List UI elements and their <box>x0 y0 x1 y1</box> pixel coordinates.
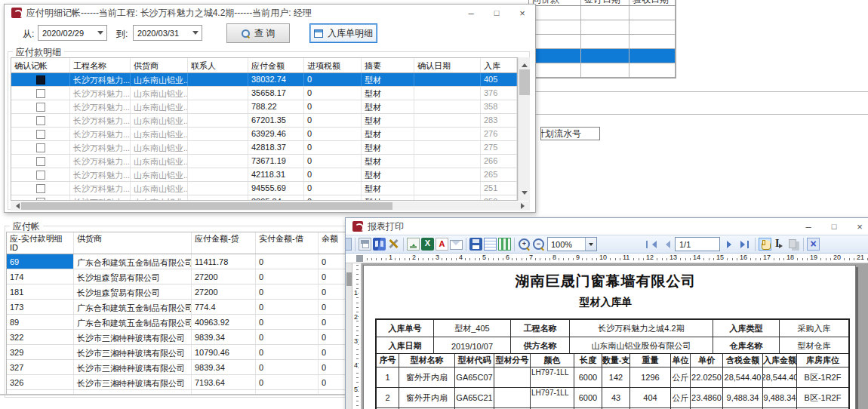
cell[interactable] <box>11 155 70 168</box>
table-row[interactable]: 长沙万科魅力...山东南山铝业...42118.310型材265 <box>11 168 517 182</box>
cell[interactable] <box>414 155 481 168</box>
cell[interactable] <box>188 168 248 181</box>
tools-icon[interactable] <box>387 238 400 251</box>
cell[interactable]: 69 <box>7 254 74 269</box>
cell[interactable]: 0 <box>304 114 362 127</box>
cell[interactable]: 山东南山铝业... <box>131 168 188 181</box>
cell[interactable]: 9839.34 <box>192 360 256 374</box>
cell[interactable] <box>414 195 481 201</box>
cell[interactable]: 型材 <box>362 168 414 181</box>
excel-icon[interactable] <box>421 238 434 251</box>
cell[interactable]: 0 <box>256 300 319 314</box>
column-header[interactable]: 同价款 <box>529 0 581 5</box>
cell[interactable]: 型材 <box>362 141 414 154</box>
titlebar[interactable]: 应付明细记帐------当前工程: 长沙万科魅力之城4.2期------当前用户… <box>5 5 535 21</box>
cell[interactable]: 山东南山铝业... <box>131 128 188 140</box>
cell[interactable]: 0 <box>256 254 319 269</box>
cell[interactable]: 0 <box>304 73 362 86</box>
cell[interactable] <box>188 155 248 168</box>
vertical-scrollbar[interactable] <box>518 57 530 201</box>
table-row[interactable]: 322长沙市三湘特种玻璃有限公司9839.3400 <box>7 330 383 345</box>
cell[interactable]: 山东南山铝业... <box>131 141 188 154</box>
cell[interactable] <box>581 35 629 48</box>
table-row[interactable]: 长沙万科魅力...山东南山铝业...67201.350型材283 <box>11 114 517 128</box>
cell[interactable] <box>11 141 70 154</box>
cell[interactable] <box>188 195 248 201</box>
cell[interactable] <box>529 63 581 77</box>
last-page-icon[interactable] <box>739 238 751 251</box>
table-row[interactable]: 长沙万科魅力...山东南山铝业...3895.840型材250 <box>11 195 517 201</box>
cell[interactable] <box>188 87 248 100</box>
confirm-checkbox[interactable] <box>36 143 45 152</box>
cell[interactable] <box>529 49 581 63</box>
column-header[interactable]: 入库 <box>481 58 517 72</box>
column-header[interactable]: 供货商 <box>74 232 192 254</box>
column-header[interactable]: 确认记帐 <box>11 58 70 72</box>
query-button[interactable]: 查 询 <box>226 23 290 43</box>
cell[interactable]: 广东合和建筑五金制品有限公司 <box>74 254 192 269</box>
table-row[interactable]: 174长沙坦森贸易有限公司2720000 <box>7 269 383 284</box>
cell[interactable]: 0 <box>256 345 319 359</box>
cell[interactable]: 63929.46 <box>248 128 304 140</box>
cell[interactable]: 7193.64 <box>192 375 256 389</box>
cell[interactable]: 长沙万科魅力... <box>70 100 131 113</box>
cell[interactable]: 276 <box>481 128 517 140</box>
cell[interactable]: 265 <box>481 168 517 181</box>
cell[interactable] <box>11 128 70 140</box>
cut-icon[interactable] <box>345 238 352 251</box>
column-header[interactable]: 应付金额 <box>248 58 304 72</box>
cell[interactable]: 11411.78 <box>192 254 256 269</box>
cell[interactable]: 405 <box>481 73 517 86</box>
column-header[interactable]: 应-实付款明细ID <box>7 232 74 254</box>
cell[interactable]: 型材 <box>362 155 414 168</box>
cell[interactable]: 0 <box>256 360 319 374</box>
cell[interactable]: 长沙市三湘特种玻璃有限公司 <box>74 375 192 389</box>
cell[interactable] <box>11 195 70 201</box>
printer-icon[interactable] <box>359 238 371 251</box>
maximize-button[interactable]: □ <box>821 222 847 231</box>
scroll-right-icon[interactable] <box>521 203 528 209</box>
cell[interactable]: 0 <box>304 195 362 201</box>
confirm-checkbox[interactable] <box>36 184 45 193</box>
save-icon[interactable] <box>469 238 482 251</box>
cell[interactable]: 0 <box>304 168 362 181</box>
cell[interactable] <box>188 182 248 195</box>
cell[interactable] <box>414 168 481 181</box>
ibeam-icon[interactable] <box>773 238 786 251</box>
cell[interactable]: 0 <box>256 284 319 299</box>
cell[interactable] <box>414 182 481 195</box>
table-row[interactable]: 长沙万科魅力...山东南山铝业...94555.690型材251 <box>11 182 517 195</box>
cell[interactable]: 250 <box>481 195 517 201</box>
cell[interactable]: 376 <box>481 87 517 100</box>
confirm-checkbox[interactable] <box>36 157 45 166</box>
cell[interactable] <box>629 35 676 48</box>
column-header[interactable]: 实付金额-借 <box>256 232 319 254</box>
table-row[interactable]: 326长沙市三湘特种玻璃有限公司7193.6400 <box>7 375 383 390</box>
copy-icon[interactable] <box>787 238 800 251</box>
first-page-icon[interactable] <box>644 238 656 251</box>
cell[interactable]: 0 <box>256 269 319 284</box>
cell[interactable] <box>188 73 248 86</box>
hand-icon[interactable] <box>759 238 771 251</box>
column-header[interactable]: 验收日期 <box>629 0 676 5</box>
cell[interactable]: 山东南山铝业... <box>131 182 188 195</box>
cell[interactable]: 173 <box>7 300 74 314</box>
cell[interactable]: 174 <box>7 269 74 284</box>
from-date-combo[interactable]: 2020/02/29 <box>38 25 107 41</box>
table-row[interactable]: 长沙万科魅力...山东南山铝业...788.220型材358 <box>11 100 517 114</box>
to-date-combo[interactable]: 2020/03/31 <box>133 25 202 41</box>
cell[interactable]: 35658.17 <box>248 87 304 100</box>
cell[interactable]: 94555.69 <box>248 182 304 195</box>
cell[interactable]: 3895.84 <box>248 195 304 201</box>
cell[interactable]: 788.22 <box>248 100 304 113</box>
cell[interactable]: 275 <box>481 141 517 154</box>
scroll-down-icon[interactable] <box>522 191 528 198</box>
print-preview-area[interactable]: 12345 湖南巨晟门窗幕墙有限公司 型材入库单 入库单号型材_405工程名称长… <box>346 263 868 409</box>
table-row[interactable]: 长沙万科魅力...山东南山铝业...63929.460型材276 <box>11 128 517 141</box>
cell[interactable] <box>188 114 248 127</box>
cell[interactable]: 251 <box>481 182 517 195</box>
cell[interactable]: 0 <box>256 315 319 329</box>
report-doc-icon[interactable] <box>484 238 497 251</box>
cell[interactable]: 774.4 <box>192 300 256 314</box>
cell[interactable] <box>529 20 581 34</box>
